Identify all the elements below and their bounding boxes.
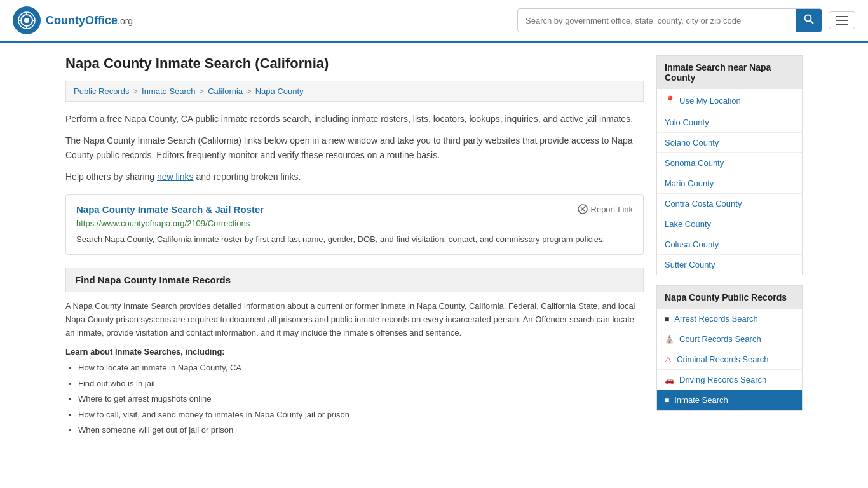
breadcrumb-public-records[interactable]: Public Records [74,86,129,96]
driving-records-link[interactable]: Driving Records Search [679,375,766,384]
description-1: Perform a free Napa County, CA public in… [65,112,644,126]
contra-costa-county-link[interactable]: Contra Costa County [665,199,742,208]
report-icon [578,204,588,214]
nearby-section: Inmate Search near Napa County 📍 Use My … [656,55,803,275]
marin-county-link[interactable]: Marin County [665,179,714,188]
hamburger-line-1 [836,16,848,17]
learn-heading: Learn about Inmate Searches, including: [65,347,644,356]
court-records-icon: ⛪ [665,335,674,344]
sidebar-criminal-records: ⚠ Criminal Records Search [657,349,802,370]
report-link-button[interactable]: Report Link [578,204,633,214]
criminal-records-link[interactable]: Criminal Records Search [677,355,769,364]
arrest-records-icon: ■ [665,315,669,323]
sidebar: Inmate Search near Napa County 📍 Use My … [656,55,803,440]
bullet-item-5: When someone will get out of jail or pri… [78,424,644,437]
bullet-list: How to locate an inmate in Napa County, … [65,362,644,437]
sidebar-arrest-records: ■ Arrest Records Search [657,309,802,329]
logo-icon [13,6,41,34]
desc3-suffix: and reporting broken links. [194,172,301,182]
hamburger-button[interactable] [829,11,855,29]
sidebar-item-marin: Marin County [657,173,802,194]
breadcrumb-sep-2: > [200,86,205,96]
inmate-search-link[interactable]: Inmate Search [674,395,728,405]
description-3: Help others by sharing new links and rep… [65,170,644,184]
sidebar-item-colusa: Colusa County [657,234,802,255]
link-card-title[interactable]: Napa County Inmate Search & Jail Roster [76,204,264,215]
link-card: Napa County Inmate Search & Jail Roster … [65,194,644,255]
link-card-header: Napa County Inmate Search & Jail Roster … [76,204,633,215]
sidebar-inmate-search: ■ Inmate Search [657,390,802,410]
logo-text: CountyOffice.org [46,14,133,27]
search-input[interactable] [518,11,796,30]
sidebar-item-lake: Lake County [657,214,802,234]
new-links-link[interactable]: new links [157,172,194,182]
content-area: Napa County Inmate Search (California) P… [65,55,644,440]
criminal-records-icon: ⚠ [665,355,672,364]
breadcrumb-california[interactable]: California [208,86,243,96]
hamburger-line-3 [836,24,848,25]
svg-line-8 [811,21,814,24]
svg-point-7 [805,15,811,22]
sutter-county-link[interactable]: Sutter County [665,260,715,269]
link-card-desc: Search Napa County, California inmate ro… [76,233,633,246]
link-card-url: https://www.countyofnapa.org/2109/Correc… [76,219,633,228]
hamburger-line-2 [836,20,848,21]
inmate-search-icon: ■ [665,396,669,405]
sidebar-item-sutter: Sutter County [657,255,802,274]
bullet-item-4: How to call, visit, and send money to in… [78,409,644,421]
sidebar-item-yolo: Yolo County [657,112,802,133]
search-button[interactable] [796,9,822,32]
desc3-prefix: Help others by sharing [65,172,157,182]
find-records-paragraph: A Napa County Inmate Search provides det… [65,300,644,339]
solano-county-link[interactable]: Solano County [665,138,719,147]
sidebar-item-sonoma: Sonoma County [657,153,802,173]
sidebar-driving-records: 🚗 Driving Records Search [657,370,802,390]
court-records-link[interactable]: Court Records Search [679,334,761,344]
sonoma-county-link[interactable]: Sonoma County [665,158,724,168]
driving-records-icon: 🚗 [665,376,674,384]
sidebar-item-contra-costa: Contra Costa County [657,194,802,214]
bullet-item-3: Where to get arrest mugshots online [78,393,644,405]
sidebar-item-solano: Solano County [657,133,802,153]
public-records-header: Napa County Public Records [657,286,802,309]
sidebar-court-records: ⛪ Court Records Search [657,329,802,349]
breadcrumb-sep-1: > [133,86,138,96]
colusa-county-link[interactable]: Colusa County [665,240,719,249]
header-right [517,8,855,32]
lake-county-link[interactable]: Lake County [665,219,711,229]
breadcrumb-inmate-search[interactable]: Inmate Search [142,86,196,96]
description-2: The Napa County Inmate Search (Californi… [65,133,644,162]
public-records-section: Napa County Public Records ■ Arrest Reco… [656,285,803,411]
breadcrumb: Public Records > Inmate Search > Califor… [65,81,644,102]
report-label: Report Link [591,205,633,214]
use-location-link[interactable]: Use My Location [679,96,741,105]
location-pin-icon: 📍 [665,95,675,105]
site-header: CountyOffice.org [0,0,868,43]
yolo-county-link[interactable]: Yolo County [665,118,709,127]
breadcrumb-sep-3: > [247,86,252,96]
find-records-section: Find Napa County Inmate Records A Napa C… [65,268,644,437]
arrest-records-link[interactable]: Arrest Records Search [674,314,758,323]
find-records-header: Find Napa County Inmate Records [65,268,644,292]
page-title: Napa County Inmate Search (California) [65,55,644,72]
nearby-header: Inmate Search near Napa County [657,56,802,89]
svg-point-2 [24,18,29,23]
search-bar [517,8,822,32]
breadcrumb-napa-county[interactable]: Napa County [255,86,304,96]
search-icon [804,14,814,24]
use-location-item: 📍 Use My Location [657,89,802,112]
bullet-item-1: How to locate an inmate in Napa County, … [78,362,644,374]
main-container: Napa County Inmate Search (California) P… [53,43,815,452]
logo-area: CountyOffice.org [13,6,133,34]
bullet-item-2: Find out who is in jail [78,377,644,390]
